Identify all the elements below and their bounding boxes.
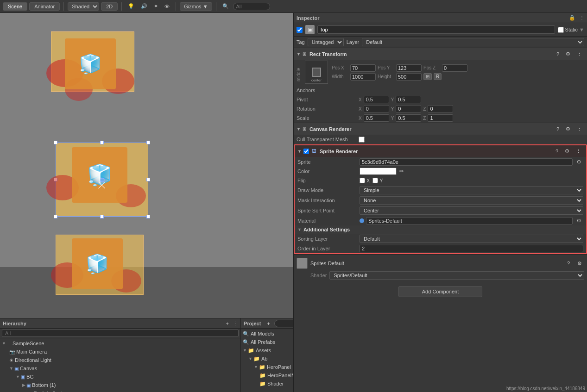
rect-transform-header[interactable]: ▼ ⊞ Rect Transform ? ⚙ ⋮ [294, 48, 587, 60]
proj-assets[interactable]: ▼ 📁 Assets [241, 346, 293, 355]
material-value-input[interactable] [366, 217, 573, 224]
scene-visibility[interactable]: 👁 [162, 3, 172, 10]
proj-ab[interactable]: ▼ 📁 Ab [241, 355, 293, 363]
handle-bl[interactable] [54, 215, 57, 218]
hier-item-bg[interactable]: ▼ ▣ BG [0, 373, 240, 381]
material-pick-btn[interactable]: ⊙ [574, 217, 583, 224]
hierarchy-add-btn[interactable]: + [224, 320, 231, 327]
tag-select[interactable]: Untagged [308, 38, 344, 46]
mask-interaction-select[interactable]: None [360, 196, 583, 205]
tab-animator[interactable]: Animator [29, 2, 60, 11]
sorting-layer-select[interactable]: Default [360, 235, 583, 243]
tab-scene[interactable]: Scene [3, 2, 27, 11]
project-search-input[interactable] [274, 320, 293, 327]
sprite-renderer-enabled[interactable] [303, 149, 309, 154]
proj-all-models[interactable]: 🔍 All Models [241, 330, 293, 338]
hier-item-light[interactable]: ☀ Directional Light [0, 356, 240, 364]
hierarchy-menu-icon[interactable]: ⋮ [233, 321, 238, 326]
hier-expand-bg[interactable]: ▼ [16, 374, 20, 379]
rot-z-input[interactable] [428, 105, 453, 112]
handle-bc[interactable] [100, 215, 104, 218]
light-toggle[interactable]: 💡 [126, 2, 137, 10]
inspector-lock-btn[interactable]: 🔒 [567, 14, 578, 22]
cull-mesh-checkbox[interactable] [359, 137, 365, 143]
rect-settings-btn[interactable]: ⚙ [563, 50, 573, 58]
inspector-menu-icon[interactable]: ⋮ [580, 15, 584, 20]
hier-item-bottom1[interactable]: ▶ ▣ Bottom (1) [0, 381, 240, 389]
sprite-sort-point-select[interactable]: Center [360, 206, 583, 215]
handle-br[interactable] [146, 215, 150, 218]
rt-posx-input[interactable] [350, 64, 376, 72]
sprite-renderer-header[interactable]: ▼ 🖼 Sprite Renderer ? ⚙ ⋮ [295, 145, 586, 157]
handle-mr[interactable] [146, 178, 150, 181]
proj-heropanel[interactable]: ▼ 📁 HeroPanel [241, 363, 293, 371]
sprite-value-input[interactable] [360, 158, 573, 166]
shader-select[interactable]: Sprites/Default [329, 271, 584, 280]
expand-heropanel[interactable]: ▼ [254, 365, 258, 369]
hier-item-camera[interactable]: 📷 Main Camera [0, 348, 240, 356]
rect-menu-btn[interactable]: ⋮ [574, 50, 584, 58]
canvas-help-btn[interactable]: ? [554, 125, 562, 133]
sprite-group-selected[interactable]: 🧊 [56, 143, 158, 226]
scale-y-input[interactable] [396, 114, 421, 122]
draw-mode-select[interactable]: Simple [360, 186, 583, 194]
search-icon[interactable]: 🔍 [220, 2, 231, 10]
2d-toggle[interactable]: 2D [101, 2, 118, 11]
sprite-pick-btn[interactable]: ⊙ [574, 158, 583, 166]
canvas-renderer-header[interactable]: ▼ ⊞ Canvas Renderer ? ⚙ ⋮ [294, 123, 587, 135]
color-picker-btn[interactable]: ✏ [398, 168, 405, 174]
scene-search-input[interactable] [233, 3, 270, 10]
scale-z-input[interactable] [428, 114, 453, 122]
sprite-menu-btn[interactable]: ⋮ [574, 147, 583, 155]
add-component-btn[interactable]: Add Component [398, 286, 483, 297]
handle-tr[interactable] [146, 141, 150, 144]
sprites-settings-btn[interactable]: ⚙ [575, 260, 584, 268]
canvas-menu-btn[interactable]: ⋮ [574, 125, 584, 133]
project-add-btn[interactable]: + [265, 320, 272, 327]
proj-shader[interactable]: 📁 Shader [241, 380, 293, 388]
reset-btn[interactable]: R [434, 73, 442, 80]
additional-settings-header[interactable]: ▼ Additional Settings [295, 225, 586, 234]
sprite-settings-btn[interactable]: ⚙ [562, 147, 572, 155]
proj-heropanelmat[interactable]: 📁 HeroPanelMat [241, 371, 293, 380]
rot-x-input[interactable] [364, 105, 389, 112]
scale-x-input[interactable] [364, 114, 389, 122]
order-in-layer-input[interactable] [360, 245, 583, 252]
sprites-help-btn[interactable]: ? [565, 260, 572, 267]
fx-toggle[interactable]: ✦ [151, 2, 160, 10]
static-checkbox[interactable] [558, 27, 564, 33]
layer-select[interactable]: Default [362, 38, 584, 46]
static-dropdown-icon[interactable]: ▼ [579, 27, 584, 32]
constrain-ratio-btn[interactable]: ⊞ [423, 73, 432, 80]
hier-expand-b1[interactable]: ▶ [22, 383, 25, 387]
handle-tl[interactable] [54, 141, 57, 144]
anchor-box[interactable]: center [305, 61, 328, 84]
hier-item-samplescene[interactable]: ▼ ⋮ SampleScene [0, 339, 240, 348]
flip-y-checkbox[interactable] [372, 178, 378, 183]
rect-help-btn[interactable]: ? [554, 50, 562, 58]
hierarchy-search-input[interactable] [2, 330, 239, 337]
flip-x-btn[interactable]: X [360, 178, 370, 183]
hier-expand-canvas[interactable]: ▼ [9, 366, 13, 371]
flip-y-btn[interactable]: Y [372, 178, 383, 183]
pivot-x-input[interactable] [364, 96, 389, 103]
rot-y-input[interactable] [396, 105, 421, 112]
expand-assets[interactable]: ▼ [243, 348, 247, 353]
obj-name-input[interactable] [317, 25, 555, 34]
view-mode-select[interactable]: Shaded [68, 2, 99, 11]
rt-posy-input[interactable] [396, 64, 422, 72]
hier-item-canvas[interactable]: ▼ ▣ Canvas [0, 364, 240, 373]
color-swatch[interactable] [360, 168, 397, 175]
canvas-settings-btn[interactable]: ⚙ [563, 125, 573, 133]
sprite-help-btn[interactable]: ? [553, 147, 561, 155]
pivot-y-input[interactable] [396, 96, 421, 103]
handle-tc[interactable] [100, 141, 104, 144]
proj-all-prefabs[interactable]: 🔍 All Prefabs [241, 338, 293, 346]
obj-active-checkbox[interactable] [297, 27, 303, 33]
hier-expand-0[interactable]: ▼ [2, 341, 6, 346]
flip-x-checkbox[interactable] [360, 178, 365, 183]
audio-toggle[interactable]: 🔊 [139, 2, 150, 10]
rt-posz-input[interactable] [442, 64, 467, 72]
rt-width-input[interactable] [350, 73, 376, 81]
rt-height-input[interactable] [396, 73, 422, 81]
